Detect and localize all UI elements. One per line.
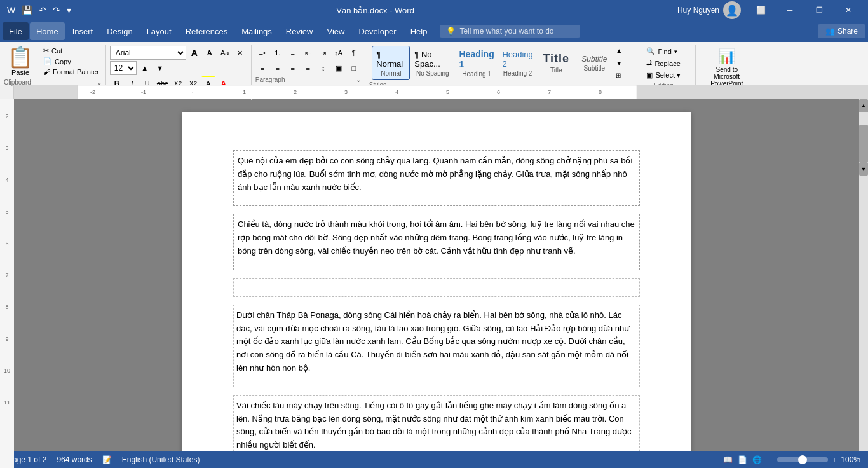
word-count: 964 words (57, 455, 92, 464)
copy-button[interactable]: 📄 Copy (41, 57, 102, 66)
customize-quick-btn[interactable]: ▾ (65, 4, 73, 17)
justify-btn[interactable]: ≡ (301, 61, 315, 75)
paragraph-label: Paragraph (255, 76, 285, 83)
show-marks-btn[interactable]: ¶ (347, 46, 361, 60)
indent-increase-btn[interactable]: ⇥ (316, 46, 330, 60)
styles-group: ¶ Normal Normal ¶ No Spac... No Spacing … (365, 45, 632, 90)
ruler-corner (0, 85, 14, 99)
tell-me-input[interactable] (459, 27, 574, 36)
styles-gallery: ¶ Normal Normal ¶ No Spac... No Spacing … (372, 46, 613, 80)
multilevel-btn[interactable]: ≡ (286, 46, 300, 60)
save-quick-btn[interactable]: 💾 (20, 4, 34, 17)
styles-more-btn[interactable]: ⊞ (614, 71, 623, 80)
change-case-btn[interactable]: Aa (218, 46, 232, 60)
zoom-out-btn[interactable]: － (767, 455, 775, 465)
font-size-inc-btn[interactable]: ▲ (138, 61, 152, 75)
font-size-dec-btn[interactable]: ▼ (153, 61, 167, 75)
svg-text:4: 4 (395, 89, 398, 95)
vertical-scrollbar[interactable]: ▲ ▼ (859, 99, 868, 451)
menu-references[interactable]: References (179, 22, 234, 40)
menu-home[interactable]: Home (30, 22, 65, 40)
title-bar-right: Huy Nguyen 👤 ⬜ ─ ❐ ✕ (677, 0, 863, 20)
menu-developer[interactable]: Developer (352, 22, 402, 40)
svg-text:9: 9 (5, 336, 8, 342)
read-mode-icon[interactable]: 📖 (723, 455, 733, 464)
quick-access-toolbar: W 💾 ↶ ↷ ▾ (5, 4, 73, 17)
paragraph-3: Dưới chân Tháp Bà Ponaga, dòng sông Cái … (233, 305, 640, 387)
svg-text:2: 2 (5, 113, 8, 120)
share-button[interactable]: 👥 Share (818, 24, 865, 38)
find-button[interactable]: 🔍 Find ▾ (642, 46, 681, 57)
cut-button[interactable]: ✂ Cut (41, 46, 102, 55)
word-icon: W (5, 4, 17, 17)
para-text-1: Quê nội của em đẹp bởi có con sông chảy … (238, 155, 635, 194)
style-normal[interactable]: ¶ Normal Normal (372, 46, 410, 80)
find-dropdown-icon: ▾ (674, 48, 677, 55)
line-spacing-btn[interactable]: ↕ (316, 61, 330, 75)
font-shrink-btn[interactable]: A (203, 46, 217, 60)
replace-button[interactable]: ⇄ Replace (642, 58, 684, 69)
zoom-in-btn[interactable]: ＋ (831, 455, 838, 465)
svg-text:11: 11 (4, 399, 10, 406)
align-right-btn[interactable]: ≡ (286, 61, 300, 75)
menu-help[interactable]: Help (404, 22, 434, 40)
menu-design[interactable]: Design (100, 22, 139, 40)
menu-insert[interactable]: Insert (66, 22, 100, 40)
svg-text:4: 4 (5, 177, 8, 183)
restore-btn[interactable]: ❐ (804, 0, 834, 20)
style-heading2[interactable]: Heading 2 Heading 2 (498, 46, 537, 80)
font-grow-btn[interactable]: A (187, 46, 201, 60)
numbering-btn[interactable]: 1. (271, 46, 285, 60)
para-text-4: Vài chiếc tàu máy chạy trên sông. Tiếng … (236, 399, 637, 451)
scrollbar-thumb[interactable] (859, 125, 868, 163)
align-center-btn[interactable]: ≡ (271, 61, 285, 75)
print-layout-icon[interactable]: 📄 (738, 455, 747, 464)
svg-text:8: 8 (5, 304, 8, 310)
style-no-spacing[interactable]: ¶ No Spac... No Spacing (410, 46, 455, 80)
paragraph-expand-btn[interactable]: ⌄ (356, 76, 361, 83)
undo-quick-btn[interactable]: ↶ (37, 4, 48, 17)
paragraph-1: Quê nội của em đẹp bởi có con sông chảy … (233, 150, 640, 206)
align-left-btn[interactable]: ≡ (255, 61, 269, 75)
svg-text:6: 6 (5, 240, 8, 247)
svg-text:6: 6 (497, 89, 500, 95)
borders-btn[interactable]: □ (347, 61, 361, 75)
shading-btn[interactable]: ▣ (332, 61, 346, 75)
bullets-btn[interactable]: ≡• (255, 46, 269, 60)
style-title[interactable]: Title Title (537, 46, 575, 80)
document-scroll[interactable]: Quê nội của em đẹp bởi có con sông chảy … (14, 99, 859, 451)
web-layout-icon[interactable]: 🌐 (752, 455, 762, 464)
tell-me-bar[interactable]: 💡 (440, 25, 580, 38)
font-size-select[interactable]: 12 (110, 61, 137, 75)
status-left: Page 1 of 2 964 words 📝 English (United … (8, 455, 200, 464)
document-page: Quê nội của em đẹp bởi có con sông chảy … (182, 112, 691, 451)
paste-button[interactable]: 📋 Paste (4, 46, 37, 78)
minimize-btn[interactable]: ─ (775, 0, 804, 20)
send-to-powerpoint-button[interactable]: 📊 Send to Microsoft PowerPoint (700, 46, 754, 90)
format-painter-button[interactable]: 🖌 Format Painter (41, 67, 102, 76)
style-heading1[interactable]: Heading 1 Heading 1 (455, 46, 498, 80)
svg-text:7: 7 (548, 89, 551, 95)
menu-file[interactable]: File (3, 22, 29, 40)
menu-view[interactable]: View (320, 22, 351, 40)
redo-quick-btn[interactable]: ↷ (51, 4, 62, 17)
sort-btn[interactable]: ↕A (332, 46, 346, 60)
ribbon-display-btn[interactable]: ⬜ (746, 0, 775, 20)
language-indicator: English (United States) (122, 455, 200, 464)
font-name-select[interactable]: Arial (110, 46, 186, 60)
zoom-slider[interactable] (777, 457, 828, 462)
styles-scroll-up-btn[interactable]: ▲ (614, 46, 623, 55)
zoom-control[interactable]: － ＋ 100% (767, 455, 860, 465)
menu-mailings[interactable]: Mailings (235, 22, 278, 40)
user-avatar[interactable]: 👤 (723, 1, 741, 19)
para-text-2: Chiều tà, dòng nước trở thành màu khói t… (238, 218, 635, 258)
close-btn[interactable]: ✕ (834, 0, 863, 20)
styles-scroll-down-btn[interactable]: ▼ (614, 59, 623, 68)
clear-format-btn[interactable]: ✕ (233, 46, 247, 60)
menu-layout[interactable]: Layout (140, 22, 178, 40)
style-subtitle[interactable]: Subtitle Subtitle (575, 46, 613, 80)
select-button[interactable]: ▣ Select ▾ (642, 70, 684, 81)
indent-decrease-btn[interactable]: ⇤ (301, 46, 315, 60)
user-name: Huy Nguyen (677, 6, 719, 15)
menu-review[interactable]: Review (280, 22, 320, 40)
